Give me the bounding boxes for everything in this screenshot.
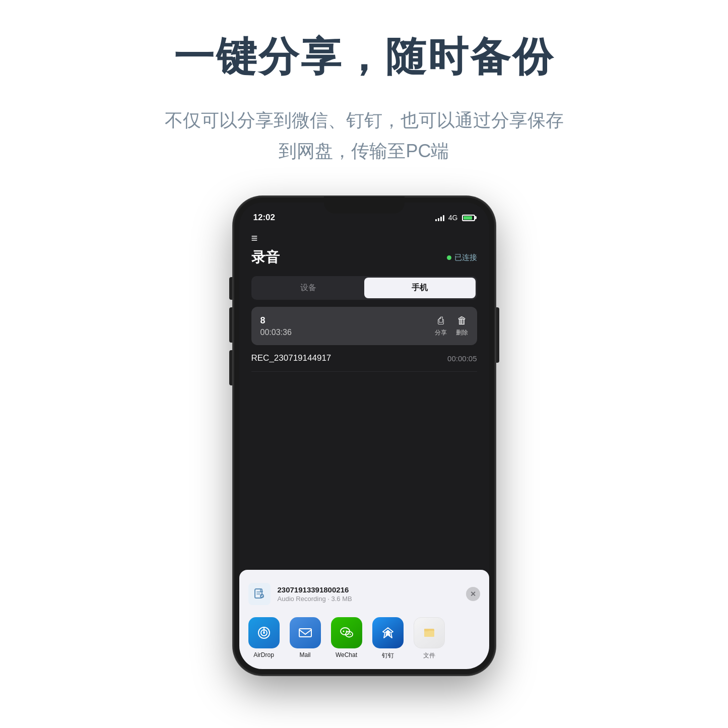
- share-label: 分享: [435, 328, 447, 337]
- mail-icon: [290, 617, 321, 648]
- files-label: 文件: [423, 651, 435, 660]
- svg-point-10: [346, 631, 347, 632]
- share-file-meta: Audio Recording · 3.6 MB: [278, 595, 459, 603]
- wechat-icon: [331, 617, 362, 648]
- delete-label: 删除: [456, 328, 468, 337]
- rec-number: 8: [260, 315, 292, 326]
- recording-item-highlighted[interactable]: 8 00:03:36 ⎙ 分享 🗑 删除: [251, 307, 477, 345]
- side-button-power: [495, 307, 499, 363]
- status-icons: 4G: [435, 214, 475, 222]
- recording-item-plain[interactable]: REC_230719144917 00:00:05: [251, 345, 477, 372]
- side-button-volume-up: [229, 307, 233, 343]
- network-label: 4G: [448, 214, 458, 222]
- side-button-volume-down: [229, 350, 233, 385]
- share-file-name: 23071913391800216: [278, 585, 459, 594]
- app-title: 录音: [251, 248, 280, 267]
- rec-plain-name: REC_230719144917: [251, 353, 332, 363]
- rec-duration: 00:03:36: [260, 328, 292, 337]
- share-app-files[interactable]: 文件: [414, 617, 445, 660]
- share-app-wechat[interactable]: WeChat: [331, 617, 362, 660]
- share-icon: ⎙: [438, 315, 444, 326]
- share-app-dingtalk[interactable]: 钉钉: [372, 617, 404, 660]
- recording-area: 8 00:03:36 ⎙ 分享 🗑 删除: [239, 300, 489, 565]
- dingtalk-icon: [372, 617, 404, 648]
- svg-point-9: [343, 631, 344, 632]
- menu-icon[interactable]: ≡: [251, 233, 477, 244]
- delete-action[interactable]: 🗑 删除: [456, 315, 468, 337]
- battery-fill: [464, 216, 472, 220]
- airdrop-label: AirDrop: [253, 651, 274, 658]
- share-sheet: 23071913391800216 Audio Recording · 3.6 …: [239, 570, 489, 669]
- files-icon: [414, 617, 445, 648]
- status-time: 12:02: [253, 213, 275, 223]
- signal-icon: [435, 215, 444, 221]
- rec-plain-duration: 00:00:05: [447, 354, 477, 363]
- svg-rect-14: [424, 631, 434, 637]
- connected-label: 已连接: [454, 253, 477, 262]
- rec-actions: ⎙ 分享 🗑 删除: [435, 315, 468, 337]
- mail-label: Mail: [299, 651, 310, 658]
- notch: [324, 196, 405, 214]
- phone-frame: 12:02 4G ≡ 录音: [233, 196, 495, 675]
- svg-rect-6: [299, 629, 311, 637]
- page-subtitle: 不仅可以分享到微信、钉钉，也可以通过分享保存 到网盘，传输至PC端: [165, 105, 564, 166]
- connected-dot-icon: [447, 255, 451, 260]
- connected-badge: 已连接: [447, 253, 477, 262]
- svg-point-12: [349, 634, 350, 635]
- wechat-label: WeChat: [336, 651, 357, 658]
- share-app-mail[interactable]: Mail: [290, 617, 321, 660]
- page-title: 一键分享，随时备份: [174, 30, 555, 85]
- svg-point-11: [347, 634, 348, 635]
- share-file-info: 23071913391800216 Audio Recording · 3.6 …: [278, 585, 459, 603]
- tab-device[interactable]: 设备: [253, 278, 364, 298]
- share-file-row: 23071913391800216 Audio Recording · 3.6 …: [239, 578, 489, 610]
- phone-mockup: 12:02 4G ≡ 录音: [233, 196, 495, 675]
- rec-info: 8 00:03:36: [260, 315, 292, 337]
- share-app-airdrop[interactable]: AirDrop: [248, 617, 280, 660]
- app-title-row: 录音 已连接: [251, 248, 477, 267]
- app-header: ≡ 录音 已连接: [239, 228, 489, 272]
- share-close-button[interactable]: ✕: [466, 587, 480, 601]
- share-file-icon: [248, 583, 271, 605]
- airdrop-icon: [248, 617, 280, 648]
- phone-screen: 12:02 4G ≡ 录音: [239, 203, 489, 669]
- side-button-mute: [229, 277, 233, 300]
- tab-phone[interactable]: 手机: [364, 278, 476, 298]
- tab-bar: 设备 手机: [251, 276, 477, 300]
- delete-icon: 🗑: [457, 315, 467, 326]
- battery-icon: [462, 215, 475, 221]
- share-action[interactable]: ⎙ 分享: [435, 315, 447, 337]
- share-apps-row: AirDrop Mail: [239, 610, 489, 669]
- dingtalk-label: 钉钉: [382, 651, 394, 660]
- svg-rect-15: [424, 629, 429, 631]
